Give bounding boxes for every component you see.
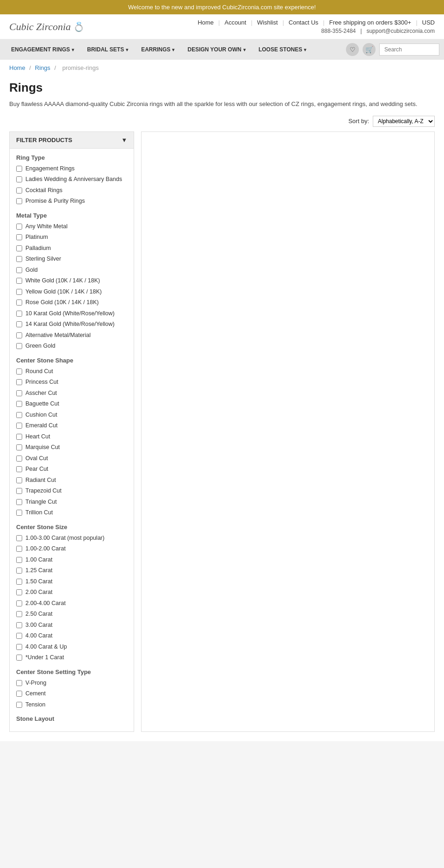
filter-item[interactable]: 1.50 Carat xyxy=(16,578,127,586)
filter-checkbox[interactable] xyxy=(16,311,22,317)
filter-checkbox[interactable] xyxy=(16,256,22,262)
filter-checkbox[interactable] xyxy=(16,680,22,686)
filter-item[interactable]: 1.00 Carat xyxy=(16,556,127,564)
filter-item[interactable]: Platinum xyxy=(16,233,127,242)
filter-item[interactable]: Emerald Cut xyxy=(16,422,127,430)
filter-item[interactable]: Oval Cut xyxy=(16,455,127,463)
nav-loose-stones[interactable]: LOOSE STONES ▾ xyxy=(252,41,313,58)
filter-item[interactable]: Engagement Rings xyxy=(16,165,127,173)
filter-checkbox[interactable] xyxy=(16,611,22,617)
filter-item[interactable]: Triangle Cut xyxy=(16,498,127,506)
nav-account[interactable]: Account xyxy=(224,19,246,26)
filter-item[interactable]: Ladies Wedding & Anniversary Bands xyxy=(16,175,127,184)
filter-item[interactable]: 3.00 Carat xyxy=(16,621,127,630)
filter-checkbox[interactable] xyxy=(16,499,22,505)
filter-checkbox[interactable] xyxy=(16,535,22,541)
filter-checkbox[interactable] xyxy=(16,412,22,418)
filter-item[interactable]: Green Gold xyxy=(16,342,127,350)
filter-checkbox[interactable] xyxy=(16,702,22,708)
filter-checkbox[interactable] xyxy=(16,176,22,182)
filter-checkbox[interactable] xyxy=(16,224,22,230)
filter-checkbox[interactable] xyxy=(16,510,22,516)
filter-item[interactable]: Princess Cut xyxy=(16,378,127,387)
filter-item[interactable]: Cement xyxy=(16,690,127,698)
filter-checkbox[interactable] xyxy=(16,289,22,295)
filter-checkbox[interactable] xyxy=(16,379,22,385)
filter-item[interactable]: Round Cut xyxy=(16,368,127,376)
filter-item[interactable]: 4.00 Carat & Up xyxy=(16,643,127,651)
nav-home[interactable]: Home xyxy=(197,19,214,26)
filter-checkbox[interactable] xyxy=(16,423,22,429)
filter-checkbox[interactable] xyxy=(16,401,22,407)
search-input[interactable] xyxy=(379,44,439,56)
filter-item[interactable]: Asscher Cut xyxy=(16,389,127,398)
filter-item[interactable]: Baguette Cut xyxy=(16,400,127,408)
filter-checkbox[interactable] xyxy=(16,245,22,251)
nav-free-shipping[interactable]: Free shipping on orders $300+ xyxy=(329,19,411,26)
filter-checkbox[interactable] xyxy=(16,198,22,204)
cart-icon[interactable]: 🛒 xyxy=(363,43,376,56)
filter-item[interactable]: 2.00-4.00 Carat xyxy=(16,599,127,608)
filter-checkbox[interactable] xyxy=(16,368,22,375)
filter-item[interactable]: Heart Cut xyxy=(16,433,127,441)
filter-checkbox[interactable] xyxy=(16,343,22,349)
filter-checkbox[interactable] xyxy=(16,444,22,450)
filter-item[interactable]: 4.00 Carat xyxy=(16,632,127,640)
filter-checkbox[interactable] xyxy=(16,234,22,240)
filter-checkbox[interactable] xyxy=(16,546,22,552)
nav-currency[interactable]: USD xyxy=(422,19,435,26)
filter-item[interactable]: Trapezoid Cut xyxy=(16,487,127,495)
filter-checkbox[interactable] xyxy=(16,579,22,585)
filter-checkbox[interactable] xyxy=(16,477,22,483)
nav-wishlist[interactable]: Wishlist xyxy=(257,19,278,26)
filter-item[interactable]: 10 Karat Gold (White/Rose/Yellow) xyxy=(16,310,127,318)
wishlist-icon[interactable]: ♡ xyxy=(346,43,359,56)
filter-item[interactable]: 1.00-3.00 Carat (most popular) xyxy=(16,534,127,543)
filter-checkbox[interactable] xyxy=(16,691,22,697)
filter-checkbox[interactable] xyxy=(16,321,22,327)
filter-item[interactable]: Cocktail Rings xyxy=(16,187,127,195)
nav-contact[interactable]: Contact Us xyxy=(289,19,318,26)
filter-item[interactable]: 2.00 Carat xyxy=(16,588,127,597)
filter-item[interactable]: Alternative Metal/Material xyxy=(16,331,127,340)
filter-item[interactable]: Tension xyxy=(16,701,127,709)
filter-item[interactable]: Pear Cut xyxy=(16,465,127,474)
filter-item[interactable]: *Under 1 Carat xyxy=(16,654,127,662)
filter-item[interactable]: Radiant Cut xyxy=(16,476,127,485)
filter-item[interactable]: Marquise Cut xyxy=(16,443,127,452)
filter-item[interactable]: Palladium xyxy=(16,244,127,253)
filter-checkbox[interactable] xyxy=(16,434,22,440)
filter-item[interactable]: V-Prong xyxy=(16,679,127,687)
breadcrumb-rings[interactable]: Rings xyxy=(35,64,50,71)
filter-item[interactable]: Rose Gold (10K / 14K / 18K) xyxy=(16,299,127,307)
filter-checkbox[interactable] xyxy=(16,622,22,628)
filter-item[interactable]: 2.50 Carat xyxy=(16,610,127,618)
filter-checkbox[interactable] xyxy=(16,644,22,650)
filter-item[interactable]: White Gold (10K / 14K / 18K) xyxy=(16,277,127,285)
filter-header[interactable]: FILTER PRODUCTS ▼ xyxy=(9,131,134,149)
filter-checkbox[interactable] xyxy=(16,390,22,396)
filter-checkbox[interactable] xyxy=(16,267,22,273)
filter-checkbox[interactable] xyxy=(16,300,22,306)
filter-checkbox[interactable] xyxy=(16,655,22,661)
filter-checkbox[interactable] xyxy=(16,488,22,494)
filter-checkbox[interactable] xyxy=(16,166,22,172)
breadcrumb-home[interactable]: Home xyxy=(9,64,25,71)
logo[interactable]: Cubic Zirconia 💍 xyxy=(9,21,85,33)
filter-checkbox[interactable] xyxy=(16,332,22,338)
filter-checkbox[interactable] xyxy=(16,568,22,574)
filter-checkbox[interactable] xyxy=(16,466,22,472)
filter-item[interactable]: Gold xyxy=(16,266,127,275)
filter-item[interactable]: 1.25 Carat xyxy=(16,567,127,575)
filter-item[interactable]: Trillion Cut xyxy=(16,509,127,517)
filter-item[interactable]: Cushion Cut xyxy=(16,411,127,419)
filter-checkbox[interactable] xyxy=(16,557,22,563)
filter-checkbox[interactable] xyxy=(16,187,22,194)
filter-item[interactable]: Sterling Silver xyxy=(16,255,127,263)
filter-checkbox[interactable] xyxy=(16,456,22,462)
nav-bridal-sets[interactable]: BRIDAL SETS ▾ xyxy=(80,41,135,58)
filter-checkbox[interactable] xyxy=(16,600,22,606)
filter-item[interactable]: Any White Metal xyxy=(16,223,127,231)
nav-engagement-rings[interactable]: ENGAGEMENT RINGS ▾ xyxy=(5,41,80,58)
filter-checkbox[interactable] xyxy=(16,278,22,284)
